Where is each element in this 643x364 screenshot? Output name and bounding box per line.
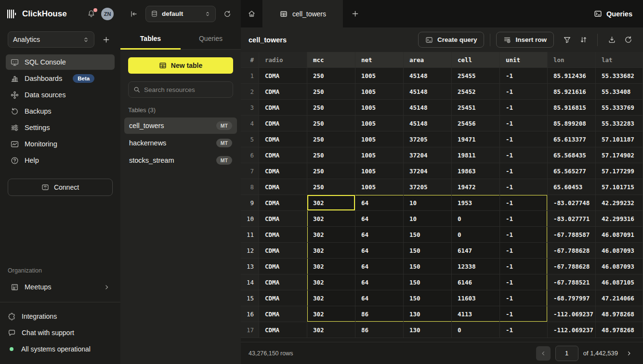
collapse-panel-button[interactable]: [127, 7, 141, 21]
cell-cell[interactable]: 1953: [452, 195, 500, 211]
cell-lon[interactable]: 65.565277: [548, 163, 596, 179]
filter-button[interactable]: [559, 32, 575, 48]
cell-lon[interactable]: -112.069237: [548, 322, 596, 338]
cell-net[interactable]: 1005: [355, 68, 404, 84]
cell-unit[interactable]: -1: [500, 116, 548, 131]
cell-area[interactable]: 150: [404, 243, 452, 259]
cell-area[interactable]: 37204: [404, 147, 452, 163]
cell-net[interactable]: 1005: [355, 84, 404, 100]
row-number[interactable]: 5: [241, 131, 259, 147]
cell-lon[interactable]: 65.613377: [548, 131, 596, 147]
sidebar-item-help[interactable]: Help: [6, 153, 115, 168]
cell-cell[interactable]: 25455: [452, 68, 500, 84]
cell-mcc[interactable]: 302: [307, 274, 355, 290]
search-input[interactable]: [144, 86, 229, 93]
cell-lat[interactable]: 57.101187: [596, 131, 643, 147]
cell-unit[interactable]: -1: [500, 322, 548, 338]
cell-area[interactable]: 150: [404, 259, 452, 274]
column-header-mcc[interactable]: mcc: [307, 52, 355, 68]
row-number[interactable]: 7: [241, 163, 259, 179]
cell-cell[interactable]: 12338: [452, 259, 500, 274]
cell-net[interactable]: 64: [355, 274, 404, 290]
cell-cell[interactable]: 19471: [452, 131, 500, 147]
cell-cell[interactable]: 6147: [452, 243, 500, 259]
row-number[interactable]: 16: [241, 306, 259, 322]
home-tab-button[interactable]: [241, 0, 263, 27]
cell-lat[interactable]: 57.177299: [596, 163, 643, 179]
cell-unit[interactable]: -1: [500, 68, 548, 84]
row-number[interactable]: 3: [241, 100, 259, 116]
cell-radio[interactable]: CDMA: [259, 84, 307, 100]
cell-cell[interactable]: 19863: [452, 163, 500, 179]
cell-cell[interactable]: 19472: [452, 179, 500, 195]
cell-lat[interactable]: 46.087093: [596, 259, 643, 274]
cell-radio[interactable]: CDMA: [259, 290, 307, 306]
column-header-num[interactable]: #: [241, 52, 259, 68]
cell-area[interactable]: 37205: [404, 179, 452, 195]
cell-lon[interactable]: -67.788628: [548, 259, 596, 274]
row-number[interactable]: 1: [241, 68, 259, 84]
cell-radio[interactable]: CDMA: [259, 274, 307, 290]
table-list-item-cell-towers[interactable]: cell_towers MT: [124, 117, 237, 134]
cell-cell[interactable]: 11603: [452, 290, 500, 306]
cell-radio[interactable]: CDMA: [259, 195, 307, 211]
cell-area[interactable]: 45148: [404, 68, 452, 84]
download-button[interactable]: [604, 32, 620, 48]
database-select[interactable]: default: [145, 6, 216, 22]
cell-radio[interactable]: CDMA: [259, 100, 307, 116]
column-header-radio[interactable]: radio: [259, 52, 307, 68]
sidebar-item-data-sources[interactable]: Data sources: [6, 87, 115, 103]
cell-unit[interactable]: -1: [500, 163, 548, 179]
add-workspace-button[interactable]: [99, 33, 113, 46]
table-list-item-stocks-stream[interactable]: stocks_stream MT: [124, 152, 237, 169]
cell-cell[interactable]: 25451: [452, 100, 500, 116]
cell-radio[interactable]: CDMA: [259, 243, 307, 259]
cell-unit[interactable]: -1: [500, 227, 548, 243]
cell-area[interactable]: 45148: [404, 84, 452, 100]
cell-lat[interactable]: 55.333682: [596, 68, 643, 84]
cell-mcc[interactable]: 250: [307, 84, 355, 100]
cell-lon[interactable]: 85.899208: [548, 116, 596, 131]
cell-mcc[interactable]: 302: [307, 243, 355, 259]
cell-unit[interactable]: -1: [500, 147, 548, 163]
cell-lat[interactable]: 55.332283: [596, 116, 643, 131]
new-table-button[interactable]: New table: [128, 57, 233, 74]
row-number[interactable]: 4: [241, 116, 259, 131]
cell-cell[interactable]: 0: [452, 227, 500, 243]
row-number[interactable]: 8: [241, 179, 259, 195]
cell-area[interactable]: 10: [404, 211, 452, 227]
cell-radio[interactable]: CDMA: [259, 322, 307, 338]
cell-cell[interactable]: 19811: [452, 147, 500, 163]
cell-unit[interactable]: -1: [500, 100, 548, 116]
cell-lat[interactable]: 46.087105: [596, 274, 643, 290]
cell-lat[interactable]: 57.174902: [596, 147, 643, 163]
cell-cell[interactable]: 25452: [452, 84, 500, 100]
table-list-item-hackernews[interactable]: hackernews MT: [124, 135, 237, 151]
cell-mcc[interactable]: 302: [307, 211, 355, 227]
column-header-area[interactable]: area: [404, 52, 452, 68]
cell-cell[interactable]: 6146: [452, 274, 500, 290]
row-number[interactable]: 11: [241, 227, 259, 243]
cell-unit[interactable]: -1: [500, 195, 548, 211]
row-number[interactable]: 12: [241, 243, 259, 259]
row-number[interactable]: 15: [241, 290, 259, 306]
refresh-button[interactable]: [620, 32, 636, 48]
workspace-select[interactable]: Analytics: [8, 31, 94, 48]
cell-lat[interactable]: 55.33408: [596, 84, 643, 100]
avatar[interactable]: ZN: [101, 8, 114, 20]
cell-unit[interactable]: -1: [500, 84, 548, 100]
cell-area[interactable]: 10: [404, 195, 452, 211]
cell-lat[interactable]: 42.299232: [596, 195, 643, 211]
cell-lon[interactable]: -112.069237: [548, 306, 596, 322]
cell-mcc[interactable]: 250: [307, 116, 355, 131]
sidebar-item-meetups[interactable]: Meetups: [6, 279, 115, 295]
cell-mcc[interactable]: 302: [307, 259, 355, 274]
cell-mcc[interactable]: 250: [307, 179, 355, 195]
column-header-lat[interactable]: lat: [596, 52, 643, 68]
sidebar-item-backups[interactable]: Backups: [6, 104, 115, 119]
column-header-cell[interactable]: cell: [452, 52, 500, 68]
row-number[interactable]: 10: [241, 211, 259, 227]
sort-button[interactable]: [575, 32, 591, 48]
cell-area[interactable]: 150: [404, 227, 452, 243]
next-page-button[interactable]: [623, 347, 635, 360]
